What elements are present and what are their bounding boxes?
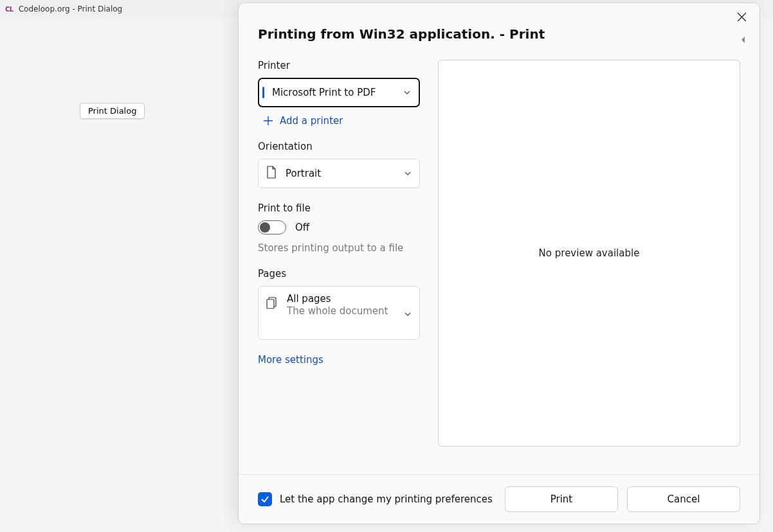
- add-printer-text: Add a printer: [280, 115, 343, 127]
- prev-page-icon: [740, 34, 747, 46]
- chevron-down-icon: [404, 168, 412, 180]
- pages-primary: All pages: [287, 293, 388, 305]
- cancel-button[interactable]: Cancel: [627, 486, 740, 512]
- printer-selected-value: Microsoft Print to PDF: [272, 87, 376, 98]
- orientation-selected-value: Portrait: [286, 168, 321, 179]
- app-logo: CL: [5, 6, 14, 13]
- printer-section: Printer Microsoft Print to PDF Add a pri…: [258, 60, 420, 127]
- orientation-section: Orientation Portrait: [258, 141, 420, 188]
- preview-message: No preview available: [539, 247, 640, 259]
- printer-select[interactable]: Microsoft Print to PDF: [258, 78, 420, 107]
- pages-section: Pages All pages The whole document: [258, 268, 420, 340]
- pages-secondary: The whole document: [287, 305, 388, 317]
- print-to-file-hint: Stores printing output to a file: [258, 242, 420, 254]
- print-button[interactable]: Print: [505, 486, 618, 512]
- orientation-select[interactable]: Portrait: [258, 159, 420, 188]
- print-to-file-toggle[interactable]: [258, 220, 286, 235]
- pages-select[interactable]: All pages The whole document: [258, 286, 420, 340]
- print-to-file-value: Off: [295, 222, 309, 233]
- printer-label: Printer: [258, 60, 420, 71]
- chevron-down-icon: [404, 308, 412, 321]
- print-dialog-button[interactable]: Print Dialog: [80, 103, 145, 119]
- print-to-file-section: Print to file Off Stores printing output…: [258, 202, 420, 254]
- plus-icon: [263, 116, 273, 126]
- close-icon: [737, 12, 747, 22]
- app-title: Codeloop.org - Print Dialog: [19, 4, 122, 13]
- pages-icon: [266, 297, 278, 312]
- print-dialog: Printing from Win32 application. - Print…: [238, 3, 760, 524]
- preview-nav: [740, 34, 773, 46]
- svg-rect-2: [267, 299, 274, 308]
- portrait-icon: [266, 166, 277, 181]
- preview-pane: No preview available: [438, 60, 740, 447]
- more-settings-link[interactable]: More settings: [258, 354, 420, 366]
- chevron-down-icon: [403, 87, 411, 99]
- dialog-title: Printing from Win32 application. - Print: [258, 26, 545, 42]
- settings-panel: Printer Microsoft Print to PDF Add a pri…: [258, 60, 420, 474]
- pages-label: Pages: [258, 268, 420, 279]
- preferences-checkbox[interactable]: [258, 492, 272, 506]
- close-button[interactable]: [737, 12, 747, 22]
- orientation-label: Orientation: [258, 141, 420, 152]
- dialog-footer: Let the app change my printing preferenc…: [239, 474, 759, 524]
- print-to-file-label: Print to file: [258, 202, 420, 214]
- preferences-label: Let the app change my printing preferenc…: [280, 493, 493, 505]
- add-printer-link[interactable]: Add a printer: [258, 114, 420, 127]
- check-icon: [260, 495, 269, 504]
